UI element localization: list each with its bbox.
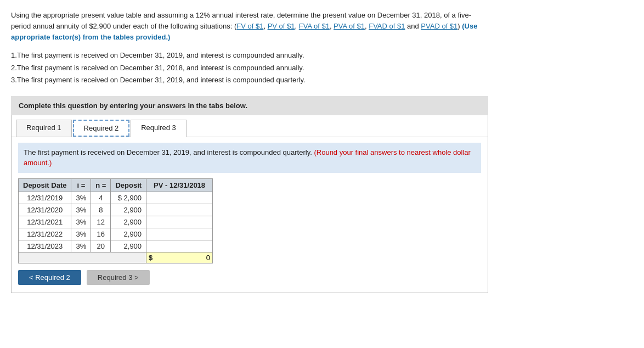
link-fva[interactable]: FVA of $1 [299, 22, 330, 30]
cell-i: 3% [71, 228, 91, 240]
link-fvad[interactable]: FVAD of $1 [369, 22, 405, 30]
cell-i: 3% [71, 192, 91, 204]
numbered-item-1: 1.The first payment is received on Decem… [11, 49, 633, 61]
cell-date: 12/31/2019 [19, 192, 71, 204]
pv-input[interactable] [146, 192, 212, 204]
cell-date: 12/31/2022 [19, 228, 71, 240]
tab-required-1[interactable]: Required 1 [16, 120, 72, 137]
link-fv[interactable]: FV of $1 [236, 22, 263, 30]
cell-n: 8 [91, 204, 111, 216]
total-cell[interactable]: $ [146, 252, 213, 263]
link-pv[interactable]: PV of $1 [268, 22, 295, 30]
cell-n: 12 [91, 216, 111, 228]
cell-deposit: 2,900 [111, 204, 146, 216]
cell-i: 3% [71, 216, 91, 228]
cell-deposit: 2,900 [111, 216, 146, 228]
pv-input[interactable] [146, 204, 212, 216]
tab-required-2[interactable]: Required 2 [73, 120, 130, 137]
cell-deposit: $ 2,900 [111, 192, 146, 204]
numbered-item-3: 3.The first payment is received on Decem… [11, 74, 633, 86]
total-input[interactable] [166, 254, 210, 262]
table-row: 12/31/2021 3% 12 2,900 [19, 216, 213, 228]
pv-input[interactable] [146, 216, 212, 228]
cell-n: 16 [91, 228, 111, 240]
tabs-container: Required 1 Required 2 Required 3 The fir… [11, 115, 488, 293]
col-header-deposit: Deposit [111, 178, 146, 192]
cell-n: 4 [91, 192, 111, 204]
complete-box: Complete this question by entering your … [11, 96, 488, 115]
cell-n: 20 [91, 240, 111, 252]
col-header-i: i = [71, 178, 91, 192]
intro-paragraph: Using the appropriate present value tabl… [11, 10, 488, 43]
link-pva[interactable]: PVA of $1 [334, 22, 365, 30]
numbered-list: 1.The first payment is received on Decem… [11, 49, 633, 86]
cell-date: 12/31/2023 [19, 240, 71, 252]
total-row: $ [19, 252, 213, 263]
table-row: 12/31/2020 3% 8 2,900 [19, 204, 213, 216]
cell-pv[interactable] [146, 204, 213, 216]
tab-required-3[interactable]: Required 3 [131, 120, 187, 137]
table-row: 12/31/2019 3% 4 $ 2,900 [19, 192, 213, 204]
col-header-n: n = [91, 178, 111, 192]
cell-pv[interactable] [146, 228, 213, 240]
cell-pv[interactable] [146, 192, 213, 204]
cell-pv[interactable] [146, 240, 213, 252]
info-bar-text: The first payment is received on Decembe… [24, 148, 312, 156]
pv-input[interactable] [146, 228, 212, 240]
pv-input[interactable] [146, 240, 212, 252]
info-bar: The first payment is received on Decembe… [18, 143, 481, 173]
table-row: 12/31/2022 3% 16 2,900 [19, 228, 213, 240]
link-pvad[interactable]: PVAD of $1 [421, 22, 457, 30]
nav-buttons: < Required 2 Required 3 > [18, 270, 481, 285]
tab-content: The first payment is received on Decembe… [12, 137, 488, 293]
tab-bar: Required 1 Required 2 Required 3 [12, 115, 488, 137]
cell-deposit: 2,900 [111, 240, 146, 252]
col-header-deposit-date: Deposit Date [19, 178, 71, 192]
back-button[interactable]: < Required 2 [18, 270, 81, 285]
forward-button[interactable]: Required 3 > [87, 270, 150, 285]
cell-deposit: 2,900 [111, 228, 146, 240]
cell-date: 12/31/2021 [19, 216, 71, 228]
col-header-pv: PV - 12/31/2018 [146, 178, 213, 192]
table-row: 12/31/2023 3% 20 2,900 [19, 240, 213, 252]
cell-pv[interactable] [146, 216, 213, 228]
numbered-item-2: 2.The first payment is received on Decem… [11, 62, 633, 74]
data-table: Deposit Date i = n = Deposit PV - 12/31/… [18, 178, 213, 263]
cell-date: 12/31/2020 [19, 204, 71, 216]
cell-i: 3% [71, 240, 91, 252]
cell-i: 3% [71, 204, 91, 216]
